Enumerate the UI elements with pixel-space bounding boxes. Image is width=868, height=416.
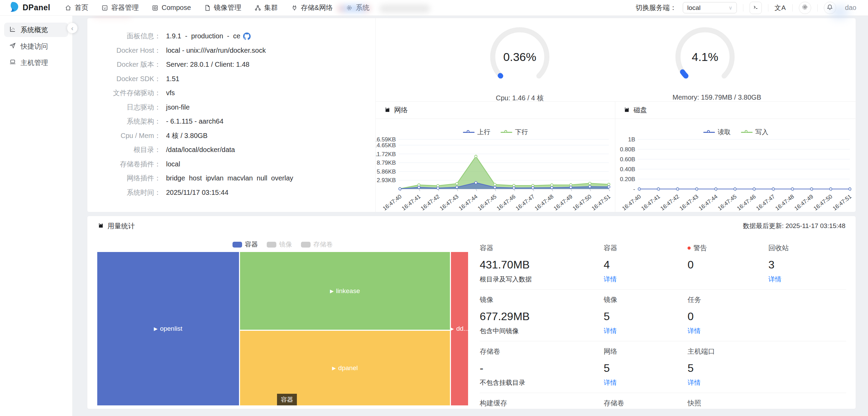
info-row: Docker 版本：Server: 28.0.1 / Client: 1.48 [87, 58, 375, 72]
treemap-node-dpanel[interactable]: ▶dpanel [240, 331, 450, 405]
play-icon: ▶ [450, 326, 454, 331]
translate-button[interactable]: 文A [775, 3, 786, 12]
stat-link[interactable]: 详情 [604, 379, 617, 386]
svg-text:16:47:48: 16:47:48 [774, 193, 795, 212]
stat-link[interactable]: 详情 [768, 276, 781, 283]
disk-panel-header: 磁盘 [615, 102, 856, 119]
stat-link[interactable]: 详情 [604, 276, 617, 283]
plug-icon [291, 4, 298, 11]
legend-line-marker-icon [463, 130, 475, 134]
usage-title-text: 用量统计 [108, 222, 135, 231]
home-icon [65, 4, 72, 11]
stat-value: - [480, 362, 604, 375]
stat-value: - [480, 414, 604, 416]
stat-link[interactable]: 详情 [688, 379, 701, 386]
usage-treemap: ▶openlist▶linkease▶dpanel▶dd...容器 [97, 252, 468, 405]
nav-item-cluster[interactable]: 集群 [254, 3, 278, 12]
legend-label: 读取 [718, 128, 731, 137]
svg-text:2.93KB: 2.93KB [377, 177, 396, 184]
svg-text:-: - [633, 186, 635, 192]
panel-title: 磁盘 [633, 105, 647, 115]
treemap-node-label: ▶openlist [154, 325, 182, 332]
info-label: 面板信息： [87, 29, 161, 43]
network-chart-body: 上行下行 16.59KB14.65KB11.72KB8.79KB5.86KB2.… [376, 119, 615, 213]
stat-cell: 镜像677.29MB包含中间镜像 [480, 295, 604, 335]
chart-icon [98, 222, 104, 230]
treemap-breadcrumb[interactable]: 容器 [277, 394, 297, 405]
gear-icon [802, 4, 808, 12]
info-value: json-file [161, 100, 190, 115]
sidebar-item-label: 系统概览 [21, 25, 48, 35]
nav-label: 首页 [75, 3, 88, 12]
svg-text:8.79KB: 8.79KB [377, 160, 396, 166]
stat-cell: 容器4详情 [604, 243, 688, 283]
info-label: Cpu / Mem： [87, 129, 161, 143]
sidebar-item-host-management[interactable]: 主机管理 [4, 55, 68, 70]
legend-item[interactable]: 下行 [501, 128, 528, 137]
treemap-legend-item[interactable]: 镜像 [267, 240, 292, 249]
redacted-badge-1 [337, 4, 371, 13]
stat-link[interactable]: 详情 [688, 327, 701, 335]
stat-link[interactable]: 详情 [604, 327, 617, 335]
svg-text:14.65KB: 14.65KB [376, 142, 396, 149]
network-panel: 网络 上行下行 16.59KB14.65KB11.72KB8.79KB5.86K… [376, 102, 615, 213]
nav-item-storage-network[interactable]: 存储&网络 [291, 3, 333, 12]
info-label: 文件存储驱动： [87, 86, 161, 100]
server-switch-label: 切换服务端： [636, 3, 677, 12]
info-row: 网络插件：bridge host ipvlan macvlan null ove… [87, 171, 375, 186]
nav-item-images[interactable]: 镜像管理 [204, 3, 241, 12]
nav-item-containers[interactable]: 容器管理 [101, 3, 139, 12]
stat-cell: 镜像5详情 [604, 295, 688, 335]
legend-item[interactable]: 读取 [703, 128, 731, 137]
svg-text:16:47:44: 16:47:44 [697, 193, 719, 212]
stat-subtitle: 根目录及写入数据 [480, 276, 532, 283]
warning-dot-icon [688, 247, 691, 250]
legend-item[interactable]: 上行 [463, 128, 490, 137]
sidebar-item-overview[interactable]: 系统概览 [4, 23, 68, 37]
network-chart-legend: 上行下行 [376, 128, 615, 137]
sidebar-item-quick-access[interactable]: 快捷访问 [4, 39, 68, 53]
stat-label: 容器 [604, 243, 688, 253]
svg-text:16:47:48: 16:47:48 [533, 193, 555, 212]
containers-icon [101, 4, 108, 11]
settings-button[interactable] [799, 2, 811, 14]
treemap-legend-item[interactable]: 存储卷 [301, 240, 333, 249]
info-value: vfs [161, 86, 175, 100]
stat-value: 4 [604, 259, 688, 271]
nav-item-compose[interactable]: Compose [152, 4, 191, 12]
stat-cell: 存储卷-不包含挂载目录 [480, 347, 604, 387]
dolphin-logo-icon [9, 2, 19, 14]
svg-text:16:47:50: 16:47:50 [571, 193, 593, 212]
usage-title: 用量统计 [98, 222, 135, 231]
brand-logo[interactable]: DPanel [9, 2, 50, 14]
nav-item-home[interactable]: 首页 [65, 3, 88, 12]
stat-cell: 主机端口5详情 [688, 347, 768, 387]
treemap-legend-item[interactable]: 容器 [232, 240, 258, 249]
memory-gauge-caption: Memory: 159.79MB / 3.80GB [672, 93, 738, 101]
usage-stats-grid: 容器431.70MB根目录及写入数据容器4详情警告0回收站3详情镜像677.29… [480, 238, 846, 416]
system-info-panel: 面板信息：1.9.1 - production - ceDocker Host：… [87, 18, 376, 212]
server-select[interactable]: local ∨ [683, 2, 737, 13]
collapse-sidebar-button[interactable]: ‹ [67, 23, 77, 33]
stat-cell [768, 399, 846, 416]
stat-cell: 回收站3详情 [768, 243, 846, 283]
sidebar-item-label: 主机管理 [21, 58, 48, 67]
stat-cell: 构建缓存-清空 [480, 399, 604, 416]
charts-row: 网络 上行下行 16.59KB14.65KB11.72KB8.79KB5.86K… [376, 101, 856, 213]
stat-subtitle: 不包含挂载目录 [480, 379, 525, 386]
disk-panel: 磁盘 读取写入 1B0.80B0.60B0.40B0.20B-16:47:401… [615, 102, 856, 213]
info-label: Docker SDK： [87, 72, 161, 86]
treemap-node-linkease[interactable]: ▶linkease [240, 252, 450, 330]
svg-text:16:47:49: 16:47:49 [552, 193, 574, 212]
stat-cell: 存储卷2详情 [604, 399, 688, 416]
legend-item[interactable]: 写入 [741, 128, 768, 137]
treemap-legend: 容器镜像存储卷 [97, 240, 468, 249]
terminal-button[interactable] [750, 2, 762, 14]
translate-icon: 文A [775, 3, 786, 12]
stat-label: 任务 [688, 295, 768, 304]
github-icon[interactable] [243, 33, 251, 40]
treemap-node-openlist[interactable]: ▶openlist [97, 252, 239, 405]
stat-cell: 容器431.70MB根目录及写入数据 [480, 243, 604, 283]
treemap-node-dd[interactable]: ▶dd... [451, 252, 468, 405]
username[interactable]: dao [842, 4, 859, 12]
